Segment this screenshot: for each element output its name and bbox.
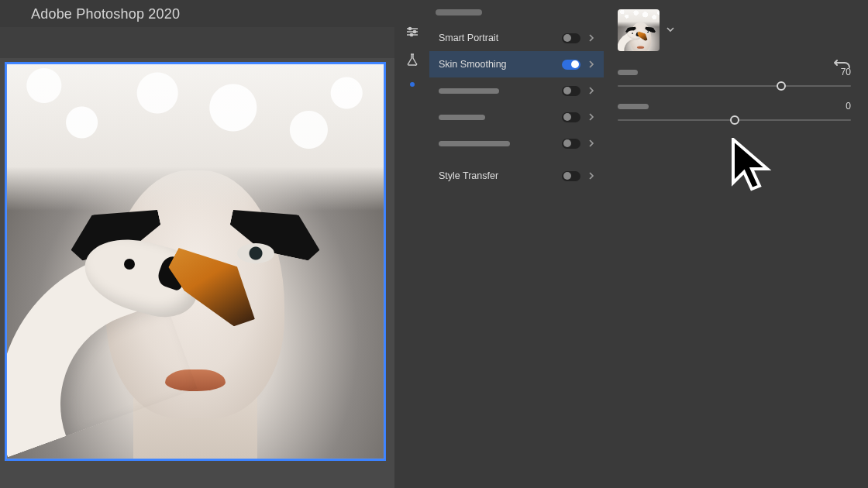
document-area: Adobe Photoshop 2020: [0, 0, 394, 488]
app-title: Adobe Photoshop 2020: [0, 0, 394, 27]
filter-list-panel: Smart PortraitSkin SmoothingStyle Transf…: [429, 0, 604, 488]
filter-label-placeholder: [439, 115, 485, 120]
slider-label-placeholder: [618, 70, 638, 75]
filter-row-skin-smoothing[interactable]: Skin Smoothing: [429, 51, 604, 77]
portrait-image: [6, 64, 384, 459]
slider-slider-1: 70: [618, 67, 851, 87]
canvas[interactable]: [5, 62, 386, 461]
filter-row-smart-portrait[interactable]: Smart Portrait: [429, 25, 604, 51]
chevron-right-icon[interactable]: [587, 87, 596, 95]
svg-point-1: [408, 27, 411, 29]
slider-thumb[interactable]: [777, 81, 786, 91]
filter-row-style-transfer[interactable]: Style Transfer: [429, 163, 604, 189]
dot-indicator[interactable]: [410, 82, 415, 87]
filter-label: Skin Smoothing: [439, 59, 507, 70]
slider-label-placeholder: [618, 104, 649, 109]
chevron-right-icon[interactable]: [587, 172, 596, 180]
filter-row-filter-4[interactable]: [429, 104, 604, 130]
chevron-right-icon[interactable]: [587, 34, 596, 42]
filter-toggle[interactable]: [562, 112, 580, 122]
slider-value: 0: [846, 101, 851, 112]
filter-toggle[interactable]: [562, 139, 580, 149]
adjustments-icon[interactable]: [403, 23, 422, 40]
filter-toggle[interactable]: [562, 171, 580, 181]
undo-button[interactable]: [834, 57, 851, 73]
panel-tab-strip: [436, 5, 604, 23]
filter-label: Smart Portrait: [439, 33, 498, 43]
filter-row-filter-3[interactable]: [429, 77, 604, 104]
chevron-right-icon[interactable]: [587, 113, 596, 121]
slider-slider-2: 0: [618, 101, 851, 121]
slider-track[interactable]: [618, 119, 851, 121]
top-toolbar: [0, 27, 394, 58]
chevron-right-icon[interactable]: [587, 60, 596, 68]
app-root: Adobe Photoshop 2020: [0, 0, 868, 488]
filter-toggle[interactable]: [562, 60, 580, 70]
filter-label-placeholder: [439, 141, 510, 146]
filter-detail-panel: 700: [604, 0, 868, 488]
chevron-right-icon[interactable]: [587, 139, 596, 147]
filter-label: Style Transfer: [439, 170, 498, 181]
svg-point-3: [413, 30, 415, 33]
thumbnail-dropdown[interactable]: [666, 25, 675, 36]
portrait-thumbnail[interactable]: [618, 9, 660, 51]
right-panels: Smart PortraitSkin SmoothingStyle Transf…: [394, 0, 868, 488]
slider-thumb[interactable]: [730, 115, 739, 125]
canvas-wrap: [0, 58, 394, 488]
slider-track[interactable]: [618, 85, 851, 87]
filter-toggle[interactable]: [562, 86, 580, 96]
filter-toggle[interactable]: [562, 33, 580, 43]
filter-row-filter-5[interactable]: [429, 130, 604, 156]
flask-icon[interactable]: [403, 51, 422, 68]
panel-tab[interactable]: [436, 9, 482, 15]
filter-label-placeholder: [439, 88, 499, 94]
svg-point-5: [410, 33, 412, 36]
filter-category-rail: [394, 0, 429, 488]
